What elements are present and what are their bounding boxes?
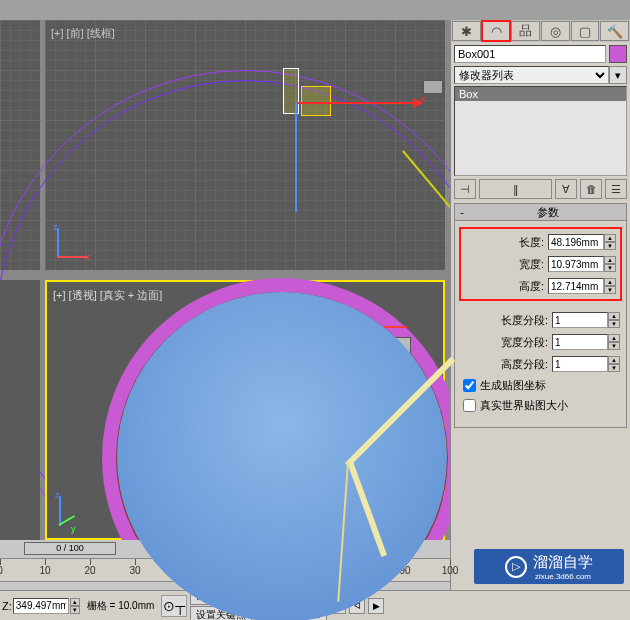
watermark-sub: zixue.3d66.com — [535, 572, 593, 581]
configure-sets-button[interactable]: ▾ — [609, 66, 627, 84]
width-segs-label: 宽度分段: — [459, 335, 552, 350]
tick-label: 100 — [442, 565, 459, 576]
move-gizmo-z-axis[interactable] — [295, 102, 297, 212]
spinner-down[interactable]: ▼ — [604, 264, 616, 272]
clock-hand-second — [337, 462, 349, 602]
viewcube-icon[interactable] — [423, 80, 443, 94]
width-segs-input[interactable] — [552, 334, 608, 350]
spinner-down[interactable]: ▼ — [608, 320, 620, 328]
modify-tab[interactable]: ◠ — [482, 21, 511, 41]
tick-label: 20 — [84, 565, 95, 576]
viewport-persp-label[interactable]: [+] [透视] [真实 + 边面] — [53, 288, 162, 303]
z-coord-input[interactable] — [13, 598, 69, 614]
height-input[interactable] — [548, 278, 604, 294]
make-unique-button[interactable]: ∀ — [555, 179, 577, 199]
axis-y-label: y — [71, 524, 76, 534]
length-input[interactable] — [548, 234, 604, 250]
spinner-up[interactable]: ▲ — [604, 278, 616, 286]
viewport-bottom-left[interactable] — [0, 280, 40, 540]
height-segs-label: 高度分段: — [459, 357, 552, 372]
watermark: ▷ 溜溜自学 zixue.3d66.com — [474, 549, 624, 584]
modifier-list-dropdown[interactable]: 修改器列表 — [454, 66, 609, 84]
axis-tripod: z y — [55, 490, 95, 530]
remove-modifier-button[interactable]: 🗑 — [580, 179, 602, 199]
viewport-front-label[interactable]: [+] [前] [线框] — [51, 26, 115, 41]
length-segs-label: 长度分段: — [459, 313, 552, 328]
create-tab[interactable]: ✱ — [452, 21, 481, 41]
key-mode-toggle[interactable]: ⊙┬ — [161, 595, 187, 617]
command-panel: ✱ ◠ 品 ◎ ▢ 🔨 修改器列表 ▾ Box ⊣ ‖ ∀ 🗑 ☰ - 参数 长… — [450, 20, 630, 600]
params-rollout-body: 长度: ▲▼ 宽度: ▲▼ 高度: ▲▼ 长度分段: ▲▼ 宽度分段: ▲▼ 高… — [454, 221, 627, 428]
spinner-down[interactable]: ▼ — [604, 286, 616, 294]
width-label: 宽度: — [463, 257, 548, 272]
length-segs-input[interactable] — [552, 312, 608, 328]
spinner-up[interactable]: ▲ — [604, 256, 616, 264]
move-gizmo-x-label: x — [421, 94, 426, 104]
watermark-play-icon: ▷ — [505, 556, 527, 578]
hierarchy-tab[interactable]: 品 — [511, 21, 540, 41]
object-color-swatch[interactable] — [609, 45, 627, 63]
z-coord-label: Z: — [2, 600, 12, 612]
spinner-down[interactable]: ▼ — [604, 242, 616, 250]
display-tab[interactable]: ▢ — [571, 21, 600, 41]
height-segs-input[interactable] — [552, 356, 608, 372]
command-panel-tabs: ✱ ◠ 品 ◎ ▢ 🔨 — [451, 20, 630, 42]
pin-stack-button[interactable]: ⊣ — [454, 179, 476, 199]
modifier-stack[interactable]: Box — [454, 86, 627, 176]
grid-size-label: 栅格 = 10.0mm — [83, 599, 159, 613]
tick-label: 30 — [129, 565, 140, 576]
gen-map-checkbox[interactable] — [463, 379, 476, 392]
spinner-up[interactable]: ▲ — [70, 598, 80, 606]
viewport-front[interactable]: [+] [前] [线框] x z x — [45, 20, 445, 270]
gen-map-label: 生成贴图坐标 — [480, 378, 546, 393]
watermark-text: 溜溜自学 — [533, 553, 593, 572]
clock-hand-hour — [347, 461, 387, 557]
motion-tab[interactable]: ◎ — [541, 21, 570, 41]
rollout-toggle-icon: - — [455, 206, 469, 218]
stack-item-box[interactable]: Box — [455, 87, 626, 101]
spinner-down[interactable]: ▼ — [70, 606, 80, 614]
real-world-checkbox[interactable] — [463, 399, 476, 412]
width-input[interactable] — [548, 256, 604, 272]
axis-tripod: z x — [53, 222, 93, 262]
move-gizmo-x-axis[interactable] — [297, 102, 417, 104]
spinner-up[interactable]: ▲ — [604, 234, 616, 242]
spinner-up[interactable]: ▲ — [608, 334, 620, 342]
tick-label: 0 — [0, 565, 3, 576]
tick-label: 10 — [39, 565, 50, 576]
object-name-input[interactable] — [454, 45, 606, 63]
utilities-tab[interactable]: 🔨 — [600, 21, 629, 41]
height-label: 高度: — [463, 279, 548, 294]
spinner-down[interactable]: ▼ — [608, 364, 620, 372]
spinner-up[interactable]: ▲ — [608, 312, 620, 320]
spinner-up[interactable]: ▲ — [608, 356, 620, 364]
highlighted-dimensions: 长度: ▲▼ 宽度: ▲▼ 高度: ▲▼ — [459, 227, 622, 301]
clock-hand-minute — [345, 357, 455, 467]
length-label: 长度: — [463, 235, 548, 250]
play-button[interactable]: ▶ — [368, 598, 384, 614]
rollout-title: 参数 — [469, 205, 626, 220]
configure-modifier-button[interactable]: ☰ — [605, 179, 627, 199]
clock-face — [117, 292, 447, 620]
viewport-area: [+] [前] [线框] x z x [+] [透视] [真实 + 边面] — [0, 20, 450, 540]
params-rollout-header[interactable]: - 参数 — [454, 203, 627, 221]
real-world-label: 真实世界贴图大小 — [480, 398, 568, 413]
time-slider[interactable]: 0 / 100 — [24, 542, 116, 555]
move-gizmo-plane[interactable] — [301, 86, 331, 116]
viewport-perspective[interactable]: [+] [透视] [真实 + 边面] ✢ z y — [45, 280, 445, 540]
spinner-down[interactable]: ▼ — [608, 342, 620, 350]
show-end-result-button[interactable]: ‖ — [479, 179, 552, 199]
